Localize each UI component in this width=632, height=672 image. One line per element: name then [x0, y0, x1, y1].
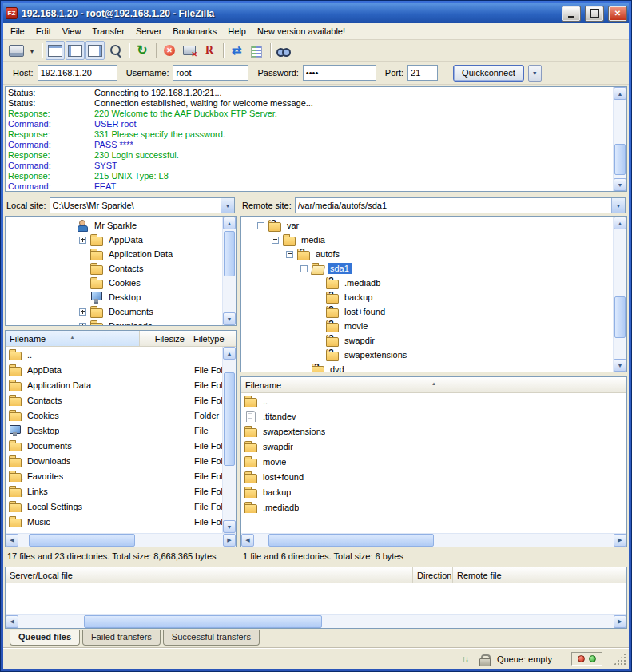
file-row[interactable]: .titandev [241, 408, 626, 423]
tree-item[interactable]: Contacts [6, 261, 222, 276]
tree-expander-icon[interactable] [79, 237, 86, 244]
tree-item-label[interactable]: Documents [106, 306, 156, 317]
scrollbar-thumb[interactable] [224, 372, 235, 466]
file-row[interactable]: Documents File Folder [6, 438, 236, 453]
scrollbar-thumb[interactable] [268, 534, 434, 547]
file-row[interactable]: swapextensions [241, 423, 626, 439]
tree-item[interactable]: sda1 [241, 261, 613, 276]
tree-item[interactable]: .mediadb [241, 276, 613, 290]
tree-item[interactable]: lost+found [241, 304, 613, 319]
remote-site-input[interactable] [296, 198, 611, 213]
menu-view[interactable]: View [57, 24, 87, 38]
tree-item[interactable]: swapextensions [241, 348, 613, 362]
username-input[interactable] [173, 65, 248, 81]
synchronized-browsing-icon[interactable] [227, 41, 246, 60]
quickconnect-button[interactable]: Quickconnect [453, 65, 524, 82]
scroll-down-icon[interactable]: ▼ [614, 178, 626, 191]
menu-help[interactable]: Help [222, 24, 252, 38]
tree-expander-icon[interactable] [79, 323, 86, 327]
column-header-filetype[interactable]: Filetype [189, 331, 236, 347]
scrollbar-thumb[interactable] [84, 615, 322, 628]
column-header-direction[interactable]: Direction [413, 567, 453, 583]
file-row[interactable]: Music File Folder [6, 514, 236, 529]
tab-failed-transfers[interactable]: Failed transfers [82, 630, 161, 646]
toggle-remote-tree-icon[interactable] [85, 41, 105, 60]
remote-site-dropdown-icon[interactable] [611, 198, 625, 213]
resize-grip[interactable] [614, 653, 626, 665]
remote-list-hscrollbar[interactable]: ◀ ▶ [241, 533, 626, 547]
menu-edit[interactable]: Edit [30, 24, 57, 38]
menu-server[interactable]: Server [130, 24, 167, 38]
file-row[interactable]: Desktop File [6, 423, 236, 438]
site-manager-dropdown-icon[interactable] [26, 41, 38, 60]
tree-expander-icon[interactable] [286, 251, 293, 258]
tree-item-label[interactable]: Cookies [106, 277, 143, 288]
scrollbar-track[interactable] [223, 360, 236, 520]
local-list-scrollbar[interactable]: ▲ ▼ [222, 347, 236, 533]
file-row[interactable]: swapdir [241, 439, 626, 454]
file-row[interactable]: Application Data File Folder [6, 377, 236, 392]
tree-item[interactable]: media [241, 233, 613, 247]
directory-comparison-icon[interactable] [247, 41, 266, 60]
menu-new-version[interactable]: New version available! [252, 24, 351, 38]
tree-item[interactable]: movie [241, 319, 613, 333]
tree-item-label[interactable]: .mediadb [342, 277, 383, 288]
speed-limits-icon[interactable] [459, 653, 471, 666]
file-row[interactable]: lost+found [241, 469, 626, 484]
tree-item-label[interactable]: swapdir [342, 335, 377, 346]
reconnect-icon[interactable] [200, 41, 219, 60]
file-row[interactable]: Local Settings File Folder [6, 499, 236, 514]
file-row[interactable]: AppData File Folder [6, 362, 236, 377]
queue-hscrollbar[interactable]: ◀ ▶ [6, 614, 626, 628]
site-manager-icon[interactable] [6, 41, 26, 60]
scroll-up-icon[interactable]: ▲ [614, 87, 626, 100]
tree-item[interactable]: Desktop [6, 290, 222, 304]
scrollbar-track[interactable] [18, 615, 614, 628]
file-row[interactable]: Cookies Folder [6, 408, 236, 423]
scroll-down-icon[interactable]: ▼ [223, 520, 236, 533]
file-row[interactable]: Downloads File Folder [6, 453, 236, 468]
local-list-hscrollbar[interactable]: ◀ ▶ [6, 533, 236, 547]
scrollbar-thumb[interactable] [614, 144, 626, 175]
scroll-left-icon[interactable]: ◀ [6, 615, 18, 628]
tree-item-label[interactable]: Application Data [106, 249, 175, 260]
find-icon[interactable] [274, 41, 293, 60]
menu-bookmarks[interactable]: Bookmarks [167, 24, 222, 38]
column-header-remote-file[interactable]: Remote file [453, 567, 626, 583]
scroll-down-icon[interactable]: ▼ [223, 312, 236, 325]
scroll-up-icon[interactable]: ▲ [223, 217, 236, 229]
scroll-left-icon[interactable]: ◀ [6, 534, 18, 547]
file-row[interactable]: backup [241, 484, 626, 499]
scrollbar-thumb[interactable] [29, 534, 135, 547]
scroll-right-icon[interactable]: ▶ [614, 534, 626, 547]
local-tree-scrollbar[interactable]: ▲ ▼ [222, 217, 236, 325]
log-scrollbar[interactable]: ▲ ▼ [613, 87, 626, 191]
column-header-filename[interactable]: Filename [6, 331, 140, 347]
file-row[interactable]: .. [6, 347, 236, 362]
scrollbar-thumb[interactable] [614, 296, 626, 338]
refresh-icon[interactable] [133, 41, 152, 60]
local-site-dropdown-icon[interactable] [221, 198, 234, 213]
scrollbar-track[interactable] [223, 229, 236, 312]
disconnect-icon[interactable] [180, 41, 199, 60]
tree-item-label[interactable]: lost+found [342, 306, 388, 317]
tree-item-label[interactable]: backup [342, 292, 375, 303]
tree-item-label[interactable]: Desktop [106, 292, 143, 303]
scrollbar-track[interactable] [18, 534, 223, 547]
scroll-up-icon[interactable]: ▲ [223, 347, 236, 360]
tree-item-label[interactable]: Mr Sparkle [92, 220, 139, 231]
tree-item[interactable]: swapdir [241, 333, 613, 348]
password-input[interactable] [303, 65, 376, 81]
tab-queued-files[interactable]: Queued files [10, 630, 80, 646]
tree-item-label[interactable]: autofs [313, 249, 342, 260]
cancel-icon[interactable] [160, 41, 179, 60]
column-header-filesize[interactable]: Filesize [140, 331, 189, 347]
scroll-right-icon[interactable]: ▶ [223, 534, 236, 547]
scrollbar-track[interactable] [614, 229, 626, 359]
tree-item[interactable]: Downloads [6, 319, 222, 326]
tree-item-label[interactable]: media [299, 234, 328, 245]
title-bar[interactable]: FZ 192.168.1.20 - root@192.168.1.20 - Fi… [3, 3, 629, 23]
menu-file[interactable]: File [5, 24, 30, 38]
local-site-input[interactable] [50, 198, 221, 213]
tree-item-label[interactable]: movie [342, 320, 370, 332]
